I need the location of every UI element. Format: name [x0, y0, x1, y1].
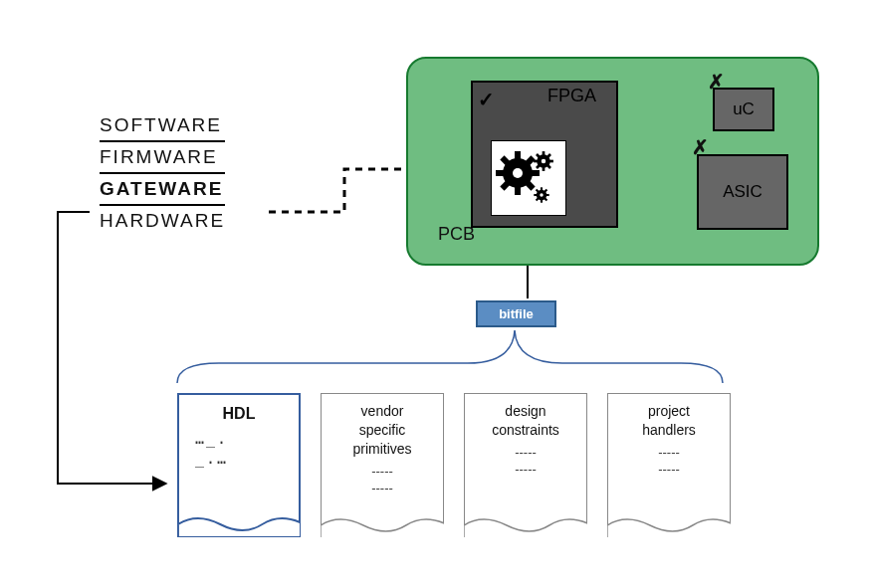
card-design-constraints: design constraints ----- -----: [464, 393, 587, 537]
svg-point-11: [542, 159, 546, 164]
card-body: ----- -----: [327, 463, 437, 497]
stack-gateware: GATEWARE: [100, 175, 225, 203]
check-icon: ✓: [478, 88, 495, 111]
svg-rect-24: [534, 194, 538, 196]
stack-hardware: HARDWARE: [100, 207, 225, 235]
svg-rect-2: [515, 151, 521, 161]
diagram-stage: SOFTWARE FIRMWARE GATEWARE HARDWARE PCB …: [0, 0, 871, 588]
stack-firmware: FIRMWARE: [100, 143, 225, 171]
asic-label: ASIC: [723, 182, 762, 202]
fpga-label: FPGA: [547, 86, 596, 106]
card-title: vendor specific primitives: [327, 402, 437, 459]
svg-rect-5: [530, 170, 540, 176]
card-body: …_. _.…: [185, 429, 293, 470]
card-title: HDL: [185, 403, 293, 425]
svg-rect-4: [496, 170, 506, 176]
svg-rect-14: [534, 160, 539, 163]
svg-rect-25: [545, 194, 549, 196]
cross-icon-asic: ✗: [692, 135, 709, 159]
uc-chip: uC: [713, 88, 774, 131]
card-title: design constraints: [471, 402, 580, 440]
card-title: project handlers: [614, 402, 724, 440]
svg-rect-12: [543, 151, 545, 156]
svg-rect-15: [548, 160, 553, 163]
svg-rect-22: [541, 187, 543, 191]
card-vendor-primitives: vendor specific primitives ----- -----: [321, 393, 444, 537]
svg-rect-3: [515, 185, 521, 195]
svg-point-1: [513, 168, 523, 178]
card-hdl: HDL …_. _.…: [177, 393, 301, 537]
cross-icon-uc: ✗: [708, 70, 725, 94]
stack-software: SOFTWARE: [100, 111, 225, 139]
svg-rect-13: [543, 166, 545, 171]
asic-chip: ASIC: [697, 154, 788, 230]
uc-label: uC: [733, 99, 755, 119]
ware-stack: SOFTWARE FIRMWARE GATEWARE HARDWARE: [100, 111, 225, 235]
gears-icon: [491, 140, 566, 216]
bitfile-node: bitfile: [476, 300, 556, 327]
svg-point-21: [540, 193, 544, 197]
card-project-handlers: project handlers ----- -----: [607, 393, 731, 537]
svg-rect-23: [541, 199, 543, 203]
card-body: ----- -----: [471, 444, 580, 479]
pcb-label: PCB: [438, 224, 475, 245]
card-body: ----- -----: [614, 444, 724, 479]
